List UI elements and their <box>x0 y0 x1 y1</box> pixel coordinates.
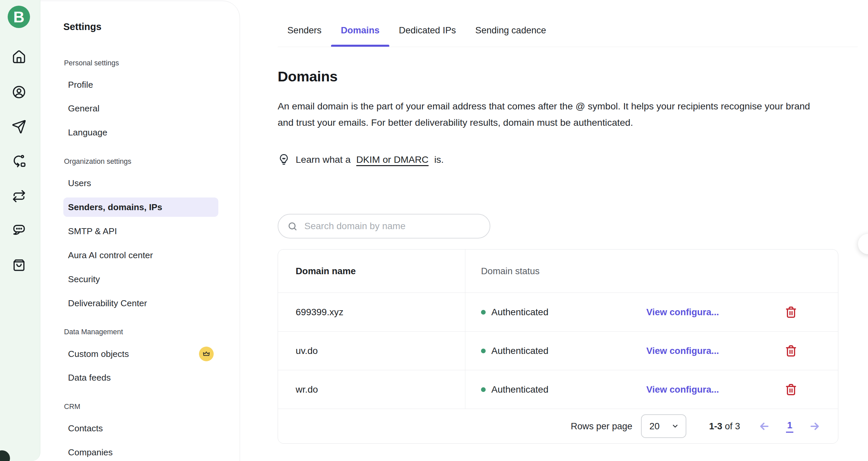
sidebar-item-deliverability-center[interactable]: Deliverability Center <box>63 293 218 313</box>
sidebar-title: Settings <box>63 21 101 32</box>
column-header-domain-status: Domain status <box>465 250 838 292</box>
page-title: Domains <box>278 68 338 85</box>
rows-per-page-label: Rows per page <box>571 421 632 432</box>
dkim-dmarc-link[interactable]: DKIM or DMARC <box>356 154 429 165</box>
contacts-icon[interactable] <box>12 85 26 99</box>
section-label-organization-settings: Organization settings <box>64 157 131 166</box>
domain-search <box>278 214 490 238</box>
section-label-data-management: Data Management <box>64 328 123 336</box>
sidebar-item-general[interactable]: General <box>63 99 218 118</box>
column-header-domain-name: Domain name <box>278 250 465 292</box>
domain-name-cell: wr.do <box>278 370 465 409</box>
search-input[interactable] <box>304 221 482 232</box>
sidebar-item-senders-domains-ips[interactable]: Senders, domains, IPs <box>63 198 218 217</box>
domain-status-cell: Authenticated View configura... <box>465 370 838 409</box>
sidebar-item-language[interactable]: Language <box>63 123 218 142</box>
domain-status-cell: Authenticated View configura... <box>465 332 838 370</box>
domains-table: Domain name Domain status 699399.xyz Aut… <box>278 249 838 444</box>
pagination-total: of 3 <box>725 421 740 431</box>
transactional-icon[interactable] <box>12 189 26 203</box>
sidebar-item-profile[interactable]: Profile <box>63 75 218 94</box>
sidebar-item-smtp-api[interactable]: SMTP & API <box>63 222 218 241</box>
table-row: uv.do Authenticated View configura... <box>278 332 838 370</box>
tab-senders[interactable]: Senders <box>278 13 331 47</box>
sidebar-item-label: Custom objects <box>68 349 129 359</box>
learn-text-suffix: is. <box>434 154 444 165</box>
sidebar-item-companies[interactable]: Companies <box>63 443 218 461</box>
rows-per-page-value: 20 <box>649 421 660 432</box>
status-dot-icon <box>481 387 486 392</box>
domain-name-cell: uv.do <box>278 332 465 370</box>
sidebar-item-aura-ai[interactable]: Aura AI control center <box>63 246 218 265</box>
settings-sidebar: Settings Personal settings Profile Gener… <box>40 0 240 461</box>
main-content: Senders Domains Dedicated IPs Sending ca… <box>240 0 868 461</box>
table-header: Domain name Domain status <box>278 250 838 293</box>
view-configuration-link[interactable]: View configura... <box>646 346 719 356</box>
tab-sending-cadence[interactable]: Sending cadence <box>466 13 556 47</box>
tab-bar: Senders Domains Dedicated IPs Sending ca… <box>278 13 556 47</box>
rows-per-page-select[interactable]: 20 <box>641 414 686 438</box>
status-text: Authenticated <box>491 346 548 356</box>
automation-icon[interactable] <box>12 154 26 169</box>
previous-page-arrow-icon[interactable] <box>758 420 770 432</box>
page-description: An email domain is the part of your emai… <box>278 98 818 131</box>
view-configuration-link[interactable]: View configura... <box>646 384 719 395</box>
sidebar-item-security[interactable]: Security <box>63 269 218 289</box>
pagination-range-bold: 1-3 <box>709 421 722 431</box>
conversations-icon[interactable] <box>12 223 26 237</box>
bottom-corner-avatar[interactable] <box>0 450 10 461</box>
tab-domains[interactable]: Domains <box>331 13 389 47</box>
page-number-1[interactable]: 1 <box>786 420 793 433</box>
lightbulb-icon <box>278 153 290 166</box>
domain-status-cell: Authenticated View configura... <box>465 293 838 331</box>
section-label-personal-settings: Personal settings <box>64 59 119 67</box>
sidebar-item-data-feeds[interactable]: Data feeds <box>63 368 218 387</box>
domain-name-cell: 699399.xyz <box>278 293 465 331</box>
search-icon <box>287 221 298 231</box>
chevron-down-icon <box>671 422 679 430</box>
status-dot-icon <box>481 349 486 353</box>
ecommerce-icon[interactable] <box>12 258 26 272</box>
next-page-arrow-icon[interactable] <box>809 420 821 432</box>
pagination-range: 1-3 of 3 <box>709 421 740 432</box>
status-text: Authenticated <box>491 384 548 395</box>
tab-divider <box>278 47 858 47</box>
premium-crown-icon <box>199 347 214 361</box>
learn-text-prefix: Learn what a <box>296 154 351 165</box>
sidebar-item-users[interactable]: Users <box>63 173 218 193</box>
table-row: wr.do Authenticated View configura... <box>278 370 838 409</box>
delete-domain-trash-icon[interactable] <box>785 345 797 357</box>
tab-dedicated-ips[interactable]: Dedicated IPs <box>389 13 466 47</box>
delete-domain-trash-icon[interactable] <box>785 306 797 319</box>
brevo-logo[interactable]: B <box>8 6 30 28</box>
status-text: Authenticated <box>491 307 548 318</box>
section-label-crm: CRM <box>64 403 80 411</box>
sidebar-item-contacts[interactable]: Contacts <box>63 419 218 438</box>
campaigns-icon[interactable] <box>12 119 26 134</box>
status-dot-icon <box>481 310 486 315</box>
delete-domain-trash-icon[interactable] <box>785 383 797 396</box>
sidebar-item-custom-objects[interactable]: Custom objects <box>63 344 218 364</box>
view-configuration-link[interactable]: View configura... <box>646 307 719 318</box>
app-rail: B <box>0 0 40 461</box>
table-row: 699399.xyz Authenticated View configura.… <box>278 293 838 332</box>
learn-callout: Learn what a DKIM or DMARC is. <box>278 153 444 166</box>
home-icon[interactable] <box>12 50 26 64</box>
table-footer: Rows per page 20 1-3 of 3 1 <box>278 409 838 443</box>
